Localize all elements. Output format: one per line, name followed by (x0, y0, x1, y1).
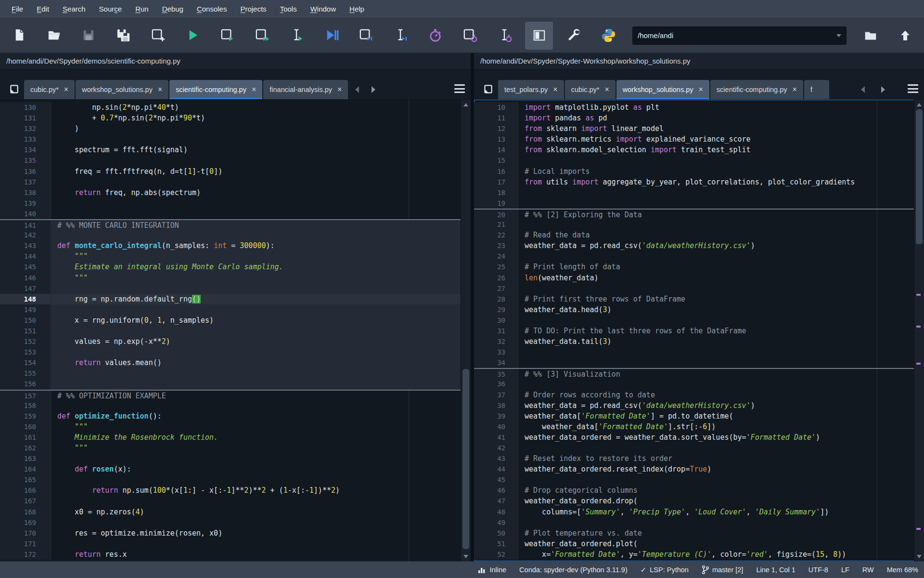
code-line-36[interactable]: 36 (474, 379, 914, 389)
status-inline[interactable]: Inline (478, 566, 506, 574)
line-number[interactable]: 137 (0, 177, 51, 187)
tab-left-workshop-solutions-py[interactable]: workshop_solutions.py× (76, 80, 168, 99)
status-line[interactable]: Line 1, Col 1 (756, 566, 795, 574)
save-file-button[interactable] (71, 22, 106, 50)
menu-source[interactable]: Source (92, 0, 129, 18)
code-line-22[interactable]: 22# Read the data (474, 230, 914, 240)
menu-tools[interactable]: Tools (273, 0, 304, 18)
scroll-tabs-right-button[interactable] (365, 80, 382, 99)
run-cell-advance-button[interactable] (244, 22, 279, 50)
scrollbar-right-editor[interactable] (914, 100, 924, 561)
status-conda[interactable]: Conda: spyder-dev (Python 3.11.9) (519, 566, 628, 574)
line-number[interactable]: 131 (0, 113, 51, 123)
line-number[interactable]: 46 (474, 485, 518, 496)
code-line-46[interactable]: 46# Drop categorical columns (474, 485, 914, 496)
code-line-49[interactable]: 49 (474, 517, 914, 528)
scroll-up-arrow[interactable] (914, 101, 924, 108)
browse-working-directory-button[interactable] (853, 22, 888, 50)
line-number[interactable]: 16 (474, 166, 518, 177)
line-number[interactable]: 163 (0, 453, 51, 464)
code-line-155[interactable]: 155 (0, 368, 461, 379)
code-line-45[interactable]: 45 (474, 474, 914, 485)
save-all-button[interactable] (106, 22, 141, 50)
code-line-31[interactable]: 31# TO DO: Print the last three rows of … (474, 326, 914, 336)
line-number[interactable]: 153 (0, 347, 51, 357)
code-line-35[interactable]: 35# %% [3] Visualization (474, 368, 914, 379)
go-up-directory-button[interactable] (888, 22, 923, 50)
menu-search[interactable]: Search (56, 0, 92, 18)
scroll-tabs-right-button[interactable] (875, 80, 891, 99)
line-number[interactable]: 15 (474, 155, 518, 166)
status-master[interactable]: master [2] (702, 565, 743, 574)
code-line-27[interactable]: 27 (474, 283, 914, 294)
code-line-143[interactable]: 143def monte_carlo_integral(n_samples: i… (0, 240, 461, 251)
line-number[interactable]: 139 (0, 198, 51, 209)
tab-left-cubic-py[interactable]: cubic.py*× (24, 80, 75, 99)
line-number[interactable]: 172 (0, 549, 51, 560)
code-line-137[interactable]: 137 (0, 177, 461, 187)
code-line-25[interactable]: 25# Print length of data (474, 262, 914, 272)
line-number[interactable]: 29 (474, 304, 518, 315)
line-number[interactable]: 165 (0, 474, 51, 485)
line-number[interactable]: 36 (474, 379, 518, 389)
line-number[interactable]: 37 (474, 390, 518, 400)
line-number[interactable]: 28 (474, 294, 518, 304)
line-number[interactable]: 134 (0, 144, 51, 155)
line-number[interactable]: 150 (0, 315, 51, 326)
code-line-157[interactable]: 157# %% OPTIMIZATION EXAMPLE (0, 390, 461, 400)
code-line-152[interactable]: 152 values = np.exp(-x**2) (0, 336, 461, 347)
browse-tabs-button[interactable] (4, 79, 24, 99)
code-line-149[interactable]: 149 (0, 304, 461, 315)
scrollbar-thumb[interactable] (462, 369, 469, 549)
line-number[interactable]: 27 (474, 283, 518, 294)
line-number[interactable]: 50 (474, 528, 518, 539)
line-number[interactable]: 130 (0, 102, 51, 113)
code-line-18[interactable]: 18 (474, 187, 914, 198)
code-line-156[interactable]: 156 (0, 379, 461, 389)
line-number[interactable]: 40 (474, 421, 518, 432)
line-number[interactable]: 42 (474, 443, 518, 453)
code-line-11[interactable]: 11import pandas as pd (474, 113, 914, 123)
code-line-162[interactable]: 162 """ (0, 443, 461, 453)
line-number[interactable]: 47 (474, 496, 518, 506)
status-lf[interactable]: LF (841, 566, 849, 574)
line-number[interactable]: 170 (0, 528, 51, 539)
scroll-down-arrow[interactable] (914, 552, 924, 560)
menu-projects[interactable]: Projects (233, 0, 273, 18)
code-line-171[interactable]: 171 (0, 539, 461, 549)
line-number[interactable]: 17 (474, 177, 518, 187)
line-number[interactable]: 41 (474, 432, 518, 443)
line-number[interactable]: 162 (0, 443, 51, 453)
scroll-tabs-left-button[interactable] (855, 80, 871, 99)
close-tab-icon[interactable]: × (64, 86, 68, 93)
maximize-pane-button[interactable] (525, 22, 553, 50)
code-line-145[interactable]: 145 Estimate an integral using Monte Car… (0, 262, 461, 272)
code-line-132[interactable]: 132 ) (0, 123, 461, 134)
line-number[interactable]: 164 (0, 464, 51, 474)
line-number[interactable]: 14 (474, 144, 518, 155)
line-number[interactable]: 143 (0, 240, 51, 251)
code-line-50[interactable]: 50# Plot temperature vs. date (474, 528, 914, 539)
close-tab-icon[interactable]: × (158, 86, 162, 93)
menu-debug[interactable]: Debug (155, 0, 190, 18)
line-number[interactable]: 140 (0, 209, 51, 219)
code-line-161[interactable]: 161 Minimize the Rosenbrock function. (0, 432, 461, 443)
line-number[interactable]: 24 (474, 251, 518, 262)
code-line-150[interactable]: 150 x = rng.uniform(0, 1, n_samples) (0, 315, 461, 326)
line-number[interactable]: 20 (474, 210, 518, 219)
line-number[interactable]: 158 (0, 400, 51, 411)
line-number[interactable]: 141 (0, 220, 51, 230)
scrollbar-left-editor[interactable] (461, 100, 471, 561)
line-number[interactable]: 44 (474, 464, 518, 474)
code-line-40[interactable]: 40 weather_data['Formatted Date'].str[:-… (474, 421, 914, 432)
code-line-159[interactable]: 159def optimize_function(): (0, 411, 461, 421)
code-line-21[interactable]: 21 (474, 219, 914, 230)
profile-cell-button[interactable] (452, 22, 487, 50)
code-line-41[interactable]: 41weather_data_ordered = weather_data.so… (474, 432, 914, 443)
code-line-163[interactable]: 163 (0, 453, 461, 464)
code-line-154[interactable]: 154 return values.mean() (0, 357, 461, 368)
line-number[interactable]: 34 (474, 357, 518, 368)
line-number[interactable]: 146 (0, 273, 51, 283)
line-number[interactable]: 167 (0, 496, 51, 506)
code-line-131[interactable]: 131 + 0.7*np.sin(2*np.pi*90*t) (0, 113, 461, 123)
